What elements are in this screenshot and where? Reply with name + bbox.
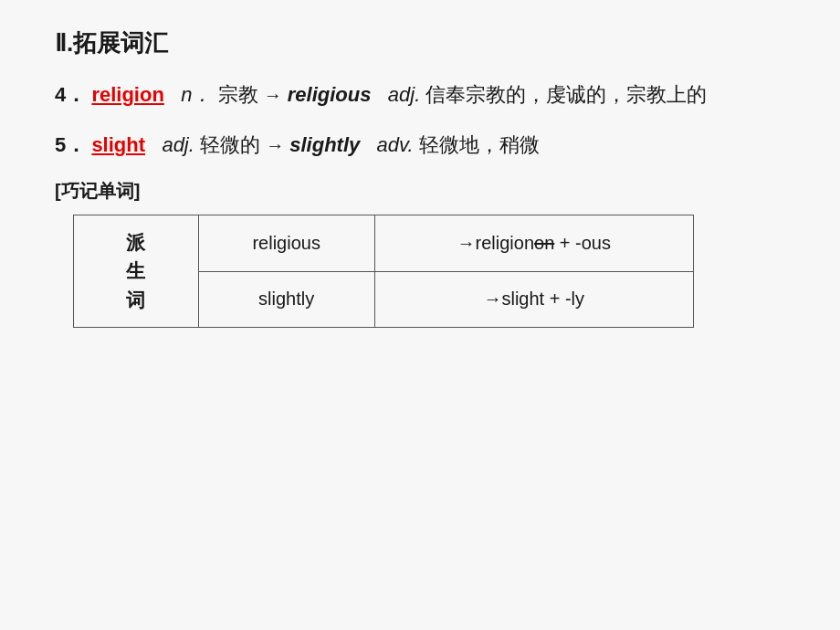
item-4-derived-pos: adj. bbox=[388, 83, 420, 106]
item-5-number: 5． bbox=[55, 133, 86, 156]
item-4: 4． religion n． 宗教 → religious adj. 信奉宗教的… bbox=[55, 78, 785, 111]
main-content: Ⅱ.拓展词汇 4． religion n． 宗教 → religious adj… bbox=[0, 0, 840, 630]
item-5-pos: adj. bbox=[162, 133, 194, 156]
table-word-2: slightly bbox=[198, 271, 374, 328]
vocab-table: 派生词 religious →religionon + -ous slightl… bbox=[73, 215, 694, 329]
item-5-arrow: → bbox=[266, 135, 284, 155]
table-row-1: 派生词 religious →religionon + -ous bbox=[74, 215, 694, 271]
item-4-keyword: religion bbox=[91, 83, 163, 106]
item-5-cn1: 轻微的 bbox=[200, 133, 260, 156]
item-5-derived: slightly bbox=[289, 133, 360, 156]
item-4-number: 4． bbox=[55, 83, 86, 106]
item-4-derived: religious bbox=[288, 83, 372, 106]
item-5-cn2: 轻微地，稍微 bbox=[419, 133, 540, 156]
item-5-keyword: slight bbox=[91, 133, 145, 156]
item-4-cn1: 宗教 bbox=[218, 83, 258, 106]
section-title: Ⅱ.拓展词汇 bbox=[55, 27, 785, 59]
table-header-label: 派生词 bbox=[92, 223, 180, 320]
memo-title: [巧记单词] bbox=[55, 179, 785, 204]
item-5-derived-pos: adv. bbox=[377, 133, 414, 156]
table-header-cell: 派生词 bbox=[74, 215, 199, 328]
strikethrough-1: on bbox=[534, 233, 554, 253]
item-5: 5． slight adj. 轻微的 → slightly adv. 轻微地，稍… bbox=[55, 128, 785, 162]
item-4-arrow: → bbox=[264, 85, 282, 105]
item-4-cn2: 信奉宗教的，虔诚的，宗教上的 bbox=[425, 83, 707, 106]
table-word-1: religious bbox=[198, 215, 374, 271]
table-formula-2: →slight + -ly bbox=[374, 271, 694, 328]
item-4-pos: n． bbox=[181, 83, 212, 106]
table-formula-1: →religionon + -ous bbox=[374, 215, 694, 271]
